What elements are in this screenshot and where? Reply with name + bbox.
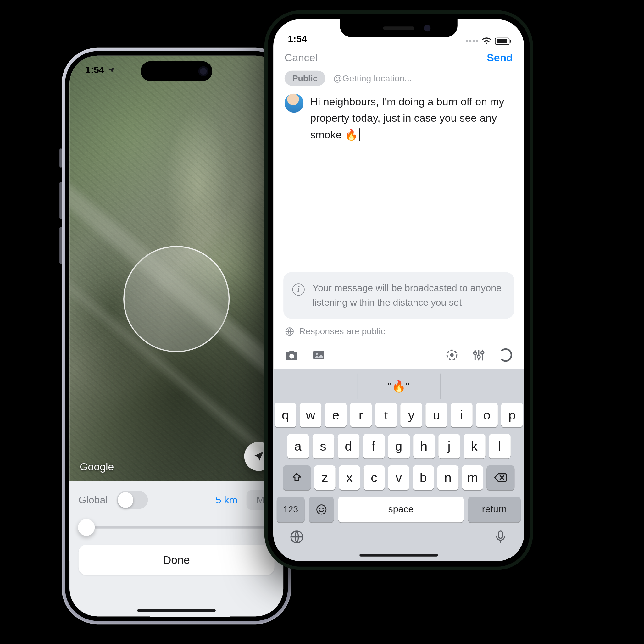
key-t[interactable]: t	[375, 403, 397, 427]
svg-point-4	[450, 353, 454, 357]
key-f[interactable]: f	[363, 434, 384, 458]
target-icon	[445, 348, 459, 362]
key-j[interactable]: j	[438, 434, 460, 458]
suggestion[interactable]: "🔥"	[357, 374, 441, 399]
svg-point-6	[477, 355, 480, 358]
return-key[interactable]: return	[468, 497, 521, 522]
text-cursor	[359, 128, 360, 141]
wifi-icon	[481, 37, 491, 45]
suggestion[interactable]	[441, 374, 524, 399]
space-key[interactable]: space	[338, 497, 464, 522]
key-p[interactable]: p	[501, 403, 523, 427]
key-z[interactable]: z	[314, 465, 336, 490]
avatar	[285, 94, 304, 113]
key-c[interactable]: c	[364, 465, 385, 490]
svg-point-8	[317, 505, 326, 514]
spinner-icon	[499, 348, 512, 362]
status-bar: 1:54	[85, 64, 115, 76]
emoji-key[interactable]	[309, 497, 334, 522]
keyboard: "🔥" qwertyuiop asdfghjkl zxcvbnm 123	[273, 369, 524, 561]
key-r[interactable]: r	[350, 403, 372, 427]
backspace-key[interactable]	[486, 465, 514, 490]
compose-toolbar	[273, 342, 524, 369]
key-y[interactable]: y	[400, 403, 422, 427]
home-indicator[interactable]	[359, 554, 438, 557]
keyboard-globe-button[interactable]	[289, 529, 305, 547]
phone-map: Google 1:54 Global 5 km M	[62, 48, 291, 624]
numbers-key[interactable]: 123	[277, 497, 305, 522]
slider-thumb[interactable]	[78, 519, 95, 536]
key-l[interactable]: l	[489, 434, 510, 458]
distance-value[interactable]: 5 km	[216, 494, 237, 506]
shift-icon	[291, 472, 303, 483]
suggestion-bar: "🔥"	[273, 374, 524, 399]
key-h[interactable]: h	[413, 434, 435, 458]
key-o[interactable]: o	[476, 403, 498, 427]
shift-key[interactable]	[283, 465, 311, 490]
loading-spinner	[498, 348, 513, 362]
message-input[interactable]: Hi neighbours, I'm doing a burn off on m…	[310, 94, 513, 143]
key-u[interactable]: u	[425, 403, 447, 427]
svg-point-7	[481, 351, 484, 354]
dictation-button[interactable]	[493, 529, 508, 547]
key-m[interactable]: m	[462, 465, 483, 490]
key-s[interactable]: s	[312, 434, 334, 458]
camera-icon	[285, 348, 299, 362]
key-n[interactable]: n	[437, 465, 459, 490]
done-button[interactable]: Done	[79, 545, 275, 575]
gallery-button[interactable]	[311, 348, 326, 362]
image-icon	[311, 348, 326, 362]
sliders-icon	[471, 348, 486, 362]
key-d[interactable]: d	[337, 434, 359, 458]
svg-point-5	[474, 352, 476, 355]
svg-point-2	[316, 353, 318, 355]
key-a[interactable]: a	[287, 434, 309, 458]
visibility-chip[interactable]: Public	[285, 71, 325, 86]
nav-bar: Cancel Send	[273, 47, 524, 71]
key-x[interactable]: x	[339, 465, 360, 490]
phone-compose: 1:54 Cancel Send Public @Getting locatio…	[264, 10, 533, 570]
key-w[interactable]: w	[300, 403, 321, 427]
camera-button[interactable]	[285, 348, 299, 362]
svg-point-9	[319, 508, 320, 509]
key-i[interactable]: i	[451, 403, 472, 427]
location-tag-button[interactable]	[445, 348, 459, 362]
key-e[interactable]: e	[325, 403, 347, 427]
globe-icon	[285, 326, 295, 336]
distance-slider[interactable]	[79, 518, 275, 537]
suggestion[interactable]	[273, 374, 357, 399]
svg-rect-12	[499, 531, 502, 538]
cell-signal-icon	[466, 40, 478, 42]
key-v[interactable]: v	[388, 465, 409, 490]
svg-point-10	[322, 508, 324, 509]
mic-icon	[493, 529, 508, 545]
broadcast-info: i Your message will be broadcasted to an…	[283, 272, 514, 319]
map-view[interactable]: Google	[69, 56, 283, 481]
battery-icon	[495, 37, 509, 45]
cancel-button[interactable]: Cancel	[285, 52, 318, 64]
emoji-icon	[315, 503, 328, 516]
status-time: 1:54	[288, 34, 307, 45]
global-label: Global	[79, 494, 108, 506]
backspace-icon	[494, 472, 507, 483]
location-status: @Getting location...	[333, 73, 412, 83]
home-indicator[interactable]	[137, 609, 216, 612]
settings-button[interactable]	[471, 348, 486, 362]
location-arrow-icon	[253, 450, 265, 463]
info-icon: i	[292, 283, 305, 296]
notch	[340, 19, 458, 37]
globe-icon	[289, 529, 305, 545]
key-b[interactable]: b	[413, 465, 434, 490]
radius-circle[interactable]	[123, 246, 230, 352]
distance-panel: Global 5 km M Done	[69, 481, 283, 617]
global-switch[interactable]	[117, 491, 148, 509]
send-button[interactable]: Send	[487, 52, 513, 64]
map-attribution: Google	[80, 461, 114, 473]
responses-visibility[interactable]: Responses are public	[273, 324, 524, 342]
key-q[interactable]: q	[275, 403, 296, 427]
dynamic-island	[141, 61, 212, 81]
status-time: 1:54	[85, 64, 104, 76]
location-icon	[108, 66, 115, 74]
key-g[interactable]: g	[388, 434, 409, 458]
key-k[interactable]: k	[463, 434, 485, 458]
